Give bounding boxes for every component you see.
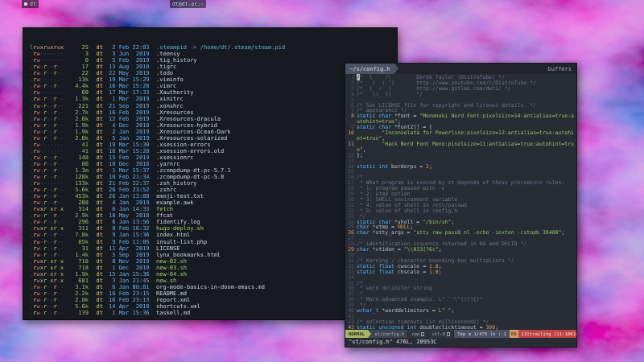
- file-name: .Xresources-dracula: [156, 116, 221, 122]
- file-row: .rw-r--r--31dt11 Apr 2019LICENSE: [30, 245, 397, 252]
- code-line[interactable]: 40wchar_t *worddelimiters = L" ";: [345, 308, 576, 314]
- file-row: .rw-r--r--2.6kdt12 Feb 2019.Xresources-d…: [30, 116, 397, 122]
- missing-glyph-icon: [447, 332, 450, 336]
- code-line[interactable]: 4/* \(__)| */: [345, 92, 576, 97]
- code-line[interactable]: 34: [345, 275, 576, 281]
- file-size: 2.7k: [67, 109, 89, 116]
- code-line[interactable]: 14static int borderpx = 2;: [345, 164, 576, 170]
- file-permissions: .rw-r--r--: [30, 219, 67, 225]
- file-permissions: lrwxrwxrwx: [30, 44, 67, 51]
- file-row: .rw-r--r--1.9kdt 2 Jan 2019.Xresources-O…: [30, 129, 397, 135]
- file-date: 8 Nov 2019: [109, 258, 152, 265]
- file-name: .xonshrc: [156, 103, 184, 109]
- file-date: 5 Sep 2019: [109, 252, 152, 258]
- file-row: lrwxrwxrwx25dt 2 Feb 22:03.steampid -> /…: [30, 44, 397, 51]
- file-owner: dt: [89, 290, 103, 297]
- file-permissions: .rw-------: [30, 51, 67, 57]
- code-line[interactable]: 11 "Hack Nerd Font Mono:pixelsize=11:ant…: [345, 142, 576, 153]
- file-name: hugo-deploy.sh: [156, 225, 204, 232]
- file-size: 718: [67, 265, 89, 271]
- file-permissions: .rwxr-xr-x: [30, 265, 67, 271]
- file-size: 2.9k: [67, 212, 89, 219]
- file-date: 3 Jan 21:45: [109, 278, 152, 284]
- code-line[interactable]: 36 * word delimiter string: [345, 286, 576, 291]
- file-name: emoji-test.txt: [156, 193, 204, 200]
- code-line[interactable]: 38 * More advanced example: L" `'\"()[]{…: [345, 297, 576, 302]
- file-name: .steampid: [156, 44, 187, 51]
- code-line[interactable]: 33static float chscale = 1.0;: [345, 269, 576, 275]
- file-name: .viminfo: [156, 76, 184, 83]
- tab-buffer-config-h[interactable]: ~/s/config.h: [345, 64, 394, 74]
- file-date: 21 Sep 2019: [109, 103, 152, 109]
- dwm-window-title: dt@dt-pc:~: [170, 0, 206, 8]
- file-date: 13 Aug 2018: [109, 64, 152, 70]
- file-permissions: .rw-r--r--: [30, 64, 67, 70]
- file-owner: dt: [89, 70, 103, 76]
- editor-window[interactable]: ~/s/config.h buffers 1/* \ /\ Derek Tayl…: [345, 63, 577, 348]
- file-permissions: .rw-r--r--: [30, 129, 67, 135]
- code-text: static float chscale = 1.0;: [357, 269, 576, 275]
- file-date: 10 Dec 2018: [109, 161, 152, 167]
- file-size: 148: [67, 154, 89, 161]
- code-text: static int borderpx = 2;: [357, 164, 576, 170]
- file-row: .rw-r--r--2.7kdt16 Feb 2019.Xresources: [30, 109, 397, 116]
- file-name: new-04.sh: [156, 271, 187, 278]
- filetype-label: cpp: [411, 331, 419, 336]
- code-line[interactable]: 26char *stty_args = "stty raw pass8 nl -…: [345, 230, 576, 236]
- file-size: 4.4k: [67, 83, 89, 89]
- file-size: 128k: [67, 174, 89, 180]
- file-owner: dt: [89, 57, 103, 64]
- file-date: 2 Feb 22:03: [109, 44, 152, 51]
- file-name: .xsession-errors: [156, 142, 210, 148]
- file-size: 1.9k: [67, 122, 89, 129]
- file-row: .rw-r--r--221dt21 Sep 2019.xonshrc: [30, 103, 397, 109]
- file-date: 6 Jan 08:01: [109, 284, 152, 290]
- file-size: 1.3m: [67, 167, 89, 174]
- file-owner: dt: [89, 278, 103, 284]
- code-line[interactable]: 15: [345, 169, 576, 175]
- file-permissions: .rw-r--r--: [30, 161, 67, 167]
- file-size: 31: [67, 245, 89, 252]
- terminal-window[interactable]: lrwxrwxrwx25dt 2 Feb 22:03.steampid -> /…: [23, 27, 398, 320]
- code-line[interactable]: 12};: [345, 153, 576, 158]
- file-date: 19 Mar 15:30: [109, 142, 152, 148]
- file-date: 1 Mar 15:37: [109, 167, 152, 174]
- file-owner: dt: [89, 167, 103, 174]
- file-owner: dt: [89, 64, 103, 70]
- file-row: .rw-------0dt 5 Feb 2019.tig_history: [30, 57, 397, 64]
- file-name: fetch: [156, 206, 173, 212]
- file-permissions: .rwxr-xr-x: [30, 258, 67, 265]
- file-permissions: .rwxr-xr-x: [30, 271, 67, 278]
- file-size: 0: [67, 57, 89, 64]
- file-permissions: .rw-r--r--: [30, 239, 67, 245]
- file-owner: dt: [89, 284, 103, 290]
- file-size: 681: [67, 278, 89, 284]
- file-owner: dt: [89, 212, 103, 219]
- file-name: example.awk: [156, 200, 193, 206]
- file-name: .teensy: [156, 51, 180, 57]
- code-line[interactable]: 29char *vtiden = "\\033[?6c";: [345, 247, 576, 253]
- file-size: 5.6k: [67, 187, 89, 193]
- file-row: .rw-------3dt 3 Jun 2019.teensy: [30, 51, 397, 57]
- file-owner: dt: [89, 297, 103, 303]
- file-row: .rw-r--r--1.4kdt 5 Sep 2019lynx_bookmark…: [30, 252, 397, 258]
- code-line[interactable]: 8static char *font = "Mononoki Nerd Font…: [345, 113, 576, 125]
- code-text: wchar_t *worddelimiters = L" ";: [357, 308, 576, 314]
- file-row: .rw-r--r--2.2kdt16 Feb 23:15README.md: [30, 290, 397, 297]
- file-row: .rw-r--r--22dt22 May 2019.todo: [30, 70, 397, 76]
- code-line[interactable]: 10 "Inconsolata for Powerline:pixelsize=…: [345, 130, 576, 142]
- file-size: 311: [67, 225, 89, 232]
- file-name: .zcompdump-dt-pc-5.7.1: [156, 167, 231, 174]
- file-permissions: .rw-------: [30, 180, 67, 187]
- dwm-tag[interactable]: dt: [22, 0, 39, 8]
- code-text: [357, 275, 576, 281]
- code-area[interactable]: 1/* \ /\ Derek Taylor (DistroTube) */2/*…: [345, 74, 576, 330]
- file-date: 6 Jan 13:56: [109, 219, 152, 225]
- file-permissions: .rw-------: [30, 89, 67, 96]
- code-line[interactable]: 22 * 5: value of shell in config.h: [345, 208, 576, 214]
- file-owner: dt: [89, 225, 103, 232]
- file-size: 296: [67, 219, 89, 225]
- code-text: * More advanced example: L" `'\"()[]{}": [357, 297, 576, 302]
- file-owner: dt: [89, 265, 103, 271]
- statusline-filetype: cpp: [408, 330, 427, 338]
